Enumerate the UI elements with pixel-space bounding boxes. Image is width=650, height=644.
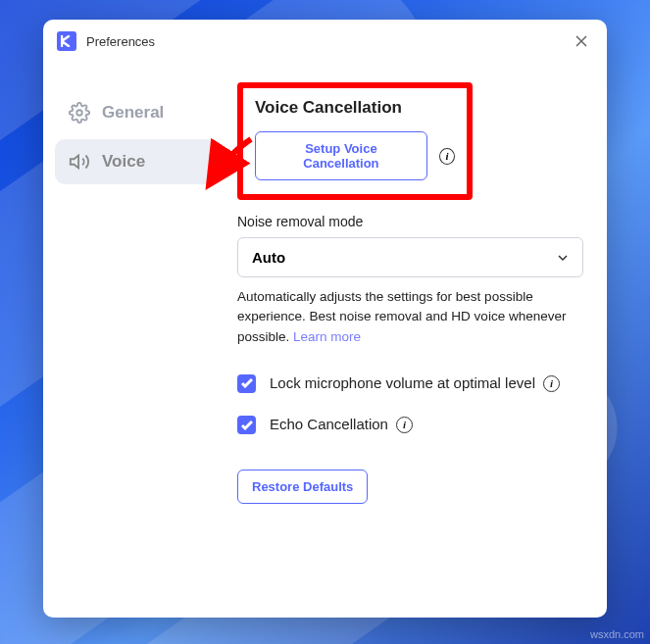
gear-icon xyxy=(69,102,90,124)
window-title: Preferences xyxy=(86,34,560,49)
highlight-annotation: Voice Cancellation Setup Voice Cancellat… xyxy=(237,82,473,200)
info-icon[interactable]: i xyxy=(396,417,413,433)
lock-mic-checkbox[interactable] xyxy=(237,374,256,393)
sidebar-item-general[interactable]: General xyxy=(55,90,222,135)
check-icon xyxy=(241,378,253,388)
info-icon[interactable]: i xyxy=(543,375,560,392)
lock-mic-option: Lock microphone volume at optimal level … xyxy=(237,372,583,395)
speaker-icon xyxy=(69,151,90,173)
setup-voice-cancellation-button[interactable]: Setup Voice Cancellation xyxy=(255,131,427,180)
preferences-window: Preferences General Voice xyxy=(43,20,607,618)
section-title: Voice Cancellation xyxy=(255,98,455,118)
restore-defaults-button[interactable]: Restore Defaults xyxy=(237,470,368,504)
lock-mic-label: Lock microphone volume at optimal level xyxy=(270,372,535,395)
check-icon xyxy=(241,421,253,430)
sidebar-item-voice[interactable]: Voice xyxy=(55,139,222,184)
app-logo-icon xyxy=(57,31,76,51)
titlebar: Preferences xyxy=(43,20,607,63)
close-icon xyxy=(575,35,587,47)
sidebar-item-label: General xyxy=(102,103,164,123)
chevron-down-icon xyxy=(557,252,569,264)
sidebar-item-label: Voice xyxy=(102,152,145,172)
noise-mode-select[interactable]: Auto xyxy=(237,237,583,277)
svg-marker-1 xyxy=(71,156,78,169)
learn-more-link[interactable]: Learn more xyxy=(293,329,361,344)
noise-mode-label: Noise removal mode xyxy=(237,214,583,229)
content-pane: Voice Cancellation Setup Voice Cancellat… xyxy=(237,82,583,594)
echo-label: Echo Cancellation xyxy=(270,414,388,436)
echo-checkbox[interactable] xyxy=(237,416,256,434)
info-icon[interactable]: i xyxy=(439,148,455,165)
svg-point-0 xyxy=(76,110,82,116)
noise-mode-value: Auto xyxy=(252,249,285,266)
echo-option: Echo Cancellation i xyxy=(237,414,583,436)
noise-mode-help: Automatically adjusts the settings for b… xyxy=(237,287,583,347)
close-button[interactable] xyxy=(570,29,593,53)
watermark: wsxdn.com xyxy=(590,628,644,640)
sidebar: General Voice xyxy=(55,82,222,594)
